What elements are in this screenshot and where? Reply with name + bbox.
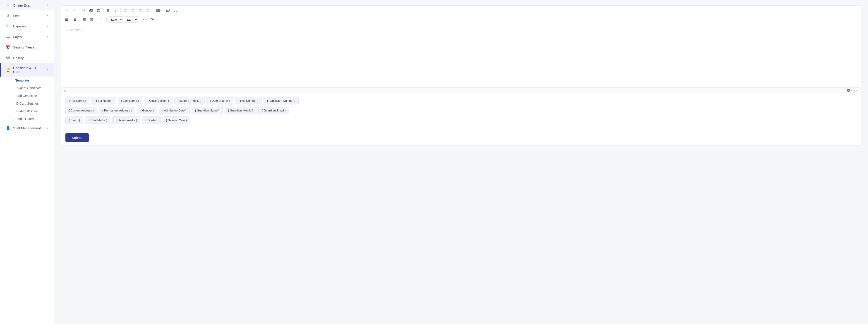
sidebar-sub-item-id-card-settings[interactable]: ID Card Settings [12,100,54,108]
online-exam-icon: 🖥 [6,3,10,7]
align-justify-button[interactable] [145,7,151,13]
font-size-select[interactable]: 12pt [124,16,138,23]
paste-button[interactable] [95,7,102,13]
ordered-list-button[interactable]: 1.2.3. [71,16,78,23]
token-admission-number[interactable]: { Admission Number } [264,97,299,105]
separator [97,17,97,22]
token-grade[interactable]: { Grade } [142,116,161,124]
indent-button[interactable] [89,16,95,23]
editor-status-text: p [64,89,66,92]
svg-point-26 [65,18,66,19]
toolbar-row-1: ↩ ↪ ✂ B I [61,6,861,15]
blockquote-button[interactable]: " [98,16,105,23]
sidebar-sub-item-student-id-card[interactable]: Student ID Card [12,108,54,115]
toolbar-row-2: 1.2.3. " Lato 12pt <> [61,15,861,24]
sidebar-item-session-years[interactable]: 📅 Session Years [0,42,54,53]
tokens-row-1: { Full Name } { First Name } { Last Name… [65,97,857,105]
image-button[interactable] [164,7,171,13]
fees-icon: $ [6,13,10,18]
sidebar-item-fees[interactable]: $ Fees ▼ [0,10,54,21]
code-button[interactable]: <> [142,16,148,23]
tiny-brand: t tiny ✏ [847,89,858,92]
align-left-button[interactable] [122,7,129,13]
token-guardian-name[interactable]: { Guardian Name } [191,107,223,114]
editor-placeholder: Description [66,28,82,32]
sidebar-item-certificate-id-card[interactable]: 🏆 Certificate & ID Card ▼ [0,63,54,77]
token-admission-date[interactable]: { Admission Date } [159,107,190,114]
align-right-button[interactable] [137,7,144,13]
certificate-submenu: Template Student Certificate Staff Certi… [0,77,54,123]
token-permanent-address[interactable]: { Permanent Address } [99,107,135,114]
token-guardian-email[interactable]: { Guardian Email } [258,107,289,114]
chevron-icon: ▼ [46,68,49,71]
token-guardian-mobile[interactable]: { Guardian Mobile } [225,107,256,114]
token-roll-number[interactable]: { Roll Number } [235,97,262,105]
chevron-icon: ▼ [46,35,49,38]
separator [103,8,104,12]
bold-button[interactable]: B [105,7,112,13]
main-content: ↩ ↪ ✂ B I [54,0,868,324]
unordered-list-button[interactable] [64,16,70,23]
sidebar-item-expense[interactable]: 🧾 Expense ▼ [0,21,54,31]
svg-rect-20 [156,9,160,11]
svg-text:3.: 3. [73,20,73,21]
staff-management-icon: 👤 [6,126,10,130]
token-current-address[interactable]: { Current Address } [65,107,97,114]
svg-point-28 [65,19,66,20]
sidebar-sub-item-student-certificate[interactable]: Student Certificate [12,84,54,92]
chevron-icon: ▼ [46,4,49,7]
submit-button[interactable]: Submit [65,133,89,142]
token-student-mobile[interactable]: { student_mobile } [174,97,205,105]
undo-button[interactable]: ↩ [64,7,70,13]
editor-card: ↩ ↪ ✂ B I [61,5,861,145]
token-class-section[interactable]: { Class Section } [144,97,172,105]
token-full-name[interactable]: { Full Name } [65,97,89,105]
chevron-icon: ▼ [46,14,49,17]
sidebar-item-gallery[interactable]: 🖼 Gallery [0,53,54,63]
token-last-name[interactable]: { Last Name } [118,97,143,105]
editor-toolbar: ↩ ↪ ✂ B I [61,6,861,24]
token-session-year[interactable]: { Session Year } [162,116,190,124]
token-date-of-birth[interactable]: { Date of Birth } [207,97,233,105]
token-total-marks[interactable]: { Total Marks } [85,116,111,124]
sidebar: 🖥 Online Exam ▼ $ Fees ▼ 🧾 Expense ▼ ▬ P… [0,0,54,324]
edit-icon: ✏ [856,89,858,92]
chevron-icon: ▼ [46,127,49,130]
svg-rect-0 [91,9,93,11]
chevron-icon: ▼ [46,25,49,28]
sidebar-item-staff-management[interactable]: 👤 Staff Management ▼ [0,123,54,134]
redo-button[interactable]: ↪ [71,7,77,13]
payroll-icon: ▬ [6,34,10,39]
editor-statusbar: p t tiny ✏ [61,88,861,93]
font-family-select[interactable]: Lato [108,16,123,23]
fullscreen-button[interactable] [172,7,179,13]
gallery-icon: 🖼 [6,56,10,60]
copy-button[interactable] [88,7,94,13]
token-exam[interactable]: { Exam } [65,116,83,124]
cut-button[interactable]: ✂ [81,7,87,13]
svg-rect-1 [90,9,92,12]
italic-button[interactable]: I [113,7,119,13]
outdent-button[interactable] [81,16,88,23]
separator [79,17,80,22]
tokens-row-3: { Exam } { Total Marks } { obtain_marks … [65,116,857,124]
tokens-row-2: { Current Address } { Permanent Address … [65,107,857,114]
tokens-area: { Full Name } { First Name } { Last Name… [61,93,861,130]
sidebar-item-online-exam[interactable]: 🖥 Online Exam ▼ [0,0,54,10]
svg-point-30 [65,20,66,21]
table-button[interactable]: ▼ [155,7,163,13]
submit-area: Submit [61,130,861,145]
certificate-icon: 🏆 [6,67,10,72]
token-gender[interactable]: { Gender } [137,107,157,114]
session-years-icon: 📅 [6,45,10,50]
sidebar-sub-item-staff-id-card[interactable]: Staff ID Card [12,115,54,123]
sidebar-sub-item-staff-certificate[interactable]: Staff Certificate [12,92,54,100]
sidebar-sub-item-template[interactable]: Template [12,77,54,84]
align-center-button[interactable] [130,7,136,13]
sidebar-item-payroll[interactable]: ▬ Payroll ▼ [0,31,54,42]
token-first-name[interactable]: { First Name } [91,97,116,105]
token-obtain-marks[interactable]: { obtain_marks } [112,116,141,124]
editor-content[interactable]: Description [61,24,861,88]
preview-button[interactable]: 👁 [149,16,156,23]
expense-icon: 🧾 [6,24,10,29]
